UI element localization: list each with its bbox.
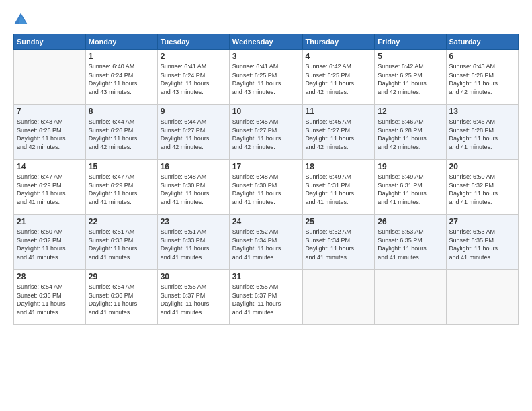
day-info: Sunrise: 6:40 AMSunset: 6:24 PMDaylight:… xyxy=(89,62,154,96)
calendar-cell: 22Sunrise: 6:51 AMSunset: 6:33 PMDayligh… xyxy=(85,215,157,270)
day-number: 20 xyxy=(449,162,515,171)
day-info: Sunrise: 6:41 AMSunset: 6:24 PMDaylight:… xyxy=(161,62,226,96)
day-info: Sunrise: 6:49 AMSunset: 6:31 PMDaylight:… xyxy=(378,173,443,206)
calendar-week-row: 1Sunrise: 6:40 AMSunset: 6:24 PMDaylight… xyxy=(14,50,519,105)
calendar-cell: 15Sunrise: 6:47 AMSunset: 6:29 PMDayligh… xyxy=(85,160,157,215)
calendar-cell: 2Sunrise: 6:41 AMSunset: 6:24 PMDaylight… xyxy=(157,50,229,105)
day-info: Sunrise: 6:45 AMSunset: 6:27 PMDaylight:… xyxy=(232,118,300,151)
calendar-cell: 3Sunrise: 6:41 AMSunset: 6:25 PMDaylight… xyxy=(229,50,302,105)
calendar-cell: 20Sunrise: 6:50 AMSunset: 6:32 PMDayligh… xyxy=(446,160,518,215)
day-info: Sunrise: 6:53 AMSunset: 6:35 PMDaylight:… xyxy=(449,228,515,261)
day-number: 7 xyxy=(17,107,83,116)
day-number: 29 xyxy=(89,272,154,281)
calendar-cell: 24Sunrise: 6:52 AMSunset: 6:34 PMDayligh… xyxy=(229,215,302,270)
day-info: Sunrise: 6:43 AMSunset: 6:26 PMDaylight:… xyxy=(17,118,83,151)
day-info: Sunrise: 6:42 AMSunset: 6:25 PMDaylight:… xyxy=(306,62,372,96)
calendar-cell: 17Sunrise: 6:48 AMSunset: 6:30 PMDayligh… xyxy=(229,160,302,215)
calendar-cell: 23Sunrise: 6:51 AMSunset: 6:33 PMDayligh… xyxy=(157,215,229,270)
calendar-cell: 28Sunrise: 6:54 AMSunset: 6:36 PMDayligh… xyxy=(14,270,86,325)
day-number: 25 xyxy=(306,217,372,226)
day-header: Thursday xyxy=(302,34,375,50)
day-number: 5 xyxy=(378,52,443,61)
day-number: 6 xyxy=(449,52,515,61)
day-number: 2 xyxy=(161,52,226,61)
calendar-cell: 27Sunrise: 6:53 AMSunset: 6:35 PMDayligh… xyxy=(446,215,518,270)
day-number: 21 xyxy=(17,217,83,226)
day-number: 15 xyxy=(89,162,154,171)
day-number: 8 xyxy=(89,107,154,116)
day-info: Sunrise: 6:45 AMSunset: 6:27 PMDaylight:… xyxy=(306,118,372,151)
calendar-cell: 8Sunrise: 6:44 AMSunset: 6:26 PMDaylight… xyxy=(85,105,157,160)
day-number: 3 xyxy=(232,52,300,61)
calendar-week-row: 21Sunrise: 6:50 AMSunset: 6:32 PMDayligh… xyxy=(14,215,519,270)
day-info: Sunrise: 6:49 AMSunset: 6:31 PMDaylight:… xyxy=(306,173,372,206)
header-row: SundayMondayTuesdayWednesdayThursdayFrid… xyxy=(14,34,519,50)
day-number: 31 xyxy=(232,272,300,281)
day-number: 16 xyxy=(161,162,226,171)
calendar-cell: 9Sunrise: 6:44 AMSunset: 6:27 PMDaylight… xyxy=(157,105,229,160)
day-info: Sunrise: 6:52 AMSunset: 6:34 PMDaylight:… xyxy=(232,228,300,261)
day-info: Sunrise: 6:55 AMSunset: 6:37 PMDaylight:… xyxy=(232,283,300,316)
calendar-cell: 14Sunrise: 6:47 AMSunset: 6:29 PMDayligh… xyxy=(14,160,86,215)
day-info: Sunrise: 6:51 AMSunset: 6:33 PMDaylight:… xyxy=(89,228,154,261)
calendar-cell: 5Sunrise: 6:42 AMSunset: 6:25 PMDaylight… xyxy=(375,50,446,105)
day-info: Sunrise: 6:54 AMSunset: 6:36 PMDaylight:… xyxy=(89,283,154,316)
calendar-cell: 4Sunrise: 6:42 AMSunset: 6:25 PMDaylight… xyxy=(302,50,375,105)
day-info: Sunrise: 6:44 AMSunset: 6:26 PMDaylight:… xyxy=(89,118,154,151)
day-header: Monday xyxy=(85,34,157,50)
calendar-week-row: 7Sunrise: 6:43 AMSunset: 6:26 PMDaylight… xyxy=(14,105,519,160)
day-info: Sunrise: 6:42 AMSunset: 6:25 PMDaylight:… xyxy=(378,62,443,96)
day-number: 23 xyxy=(161,217,226,226)
day-header: Friday xyxy=(375,34,446,50)
day-info: Sunrise: 6:41 AMSunset: 6:25 PMDaylight:… xyxy=(232,62,300,96)
day-header: Tuesday xyxy=(157,34,229,50)
day-info: Sunrise: 6:48 AMSunset: 6:30 PMDaylight:… xyxy=(232,173,300,206)
calendar-cell: 12Sunrise: 6:46 AMSunset: 6:28 PMDayligh… xyxy=(375,105,446,160)
day-info: Sunrise: 6:52 AMSunset: 6:34 PMDaylight:… xyxy=(306,228,372,261)
calendar-cell: 1Sunrise: 6:40 AMSunset: 6:24 PMDaylight… xyxy=(85,50,157,105)
calendar-cell: 19Sunrise: 6:49 AMSunset: 6:31 PMDayligh… xyxy=(375,160,446,215)
day-header: Wednesday xyxy=(229,34,302,50)
calendar-cell xyxy=(14,50,86,105)
day-info: Sunrise: 6:55 AMSunset: 6:37 PMDaylight:… xyxy=(161,283,226,316)
calendar-cell: 26Sunrise: 6:53 AMSunset: 6:35 PMDayligh… xyxy=(375,215,446,270)
logo xyxy=(13,12,31,27)
calendar-cell: 7Sunrise: 6:43 AMSunset: 6:26 PMDaylight… xyxy=(14,105,86,160)
calendar-cell: 16Sunrise: 6:48 AMSunset: 6:30 PMDayligh… xyxy=(157,160,229,215)
day-number: 27 xyxy=(449,217,515,226)
day-info: Sunrise: 6:50 AMSunset: 6:32 PMDaylight:… xyxy=(449,173,515,206)
day-info: Sunrise: 6:54 AMSunset: 6:36 PMDaylight:… xyxy=(17,283,83,316)
day-info: Sunrise: 6:50 AMSunset: 6:32 PMDaylight:… xyxy=(17,228,83,261)
day-number: 4 xyxy=(306,52,372,61)
day-number: 12 xyxy=(378,107,443,116)
header xyxy=(13,12,519,27)
day-info: Sunrise: 6:46 AMSunset: 6:28 PMDaylight:… xyxy=(378,118,443,151)
page: SundayMondayTuesdayWednesdayThursdayFrid… xyxy=(0,0,532,411)
day-header: Saturday xyxy=(446,34,518,50)
calendar-cell: 31Sunrise: 6:55 AMSunset: 6:37 PMDayligh… xyxy=(229,270,302,325)
day-info: Sunrise: 6:53 AMSunset: 6:35 PMDaylight:… xyxy=(378,228,443,261)
day-number: 10 xyxy=(232,107,300,116)
day-number: 30 xyxy=(161,272,226,281)
calendar-cell: 6Sunrise: 6:43 AMSunset: 6:26 PMDaylight… xyxy=(446,50,518,105)
day-info: Sunrise: 6:46 AMSunset: 6:28 PMDaylight:… xyxy=(449,118,515,151)
day-info: Sunrise: 6:43 AMSunset: 6:26 PMDaylight:… xyxy=(449,62,515,96)
day-number: 19 xyxy=(378,162,443,171)
calendar-cell xyxy=(446,270,518,325)
day-number: 1 xyxy=(89,52,154,61)
calendar-cell: 10Sunrise: 6:45 AMSunset: 6:27 PMDayligh… xyxy=(229,105,302,160)
day-number: 28 xyxy=(17,272,83,281)
day-info: Sunrise: 6:51 AMSunset: 6:33 PMDaylight:… xyxy=(161,228,226,261)
day-number: 14 xyxy=(17,162,83,171)
calendar-cell: 29Sunrise: 6:54 AMSunset: 6:36 PMDayligh… xyxy=(85,270,157,325)
calendar-cell: 18Sunrise: 6:49 AMSunset: 6:31 PMDayligh… xyxy=(302,160,375,215)
day-number: 13 xyxy=(449,107,515,116)
day-number: 11 xyxy=(306,107,372,116)
calendar: SundayMondayTuesdayWednesdayThursdayFrid… xyxy=(13,34,519,325)
logo-icon xyxy=(13,12,28,27)
calendar-cell xyxy=(375,270,446,325)
day-info: Sunrise: 6:48 AMSunset: 6:30 PMDaylight:… xyxy=(161,173,226,206)
calendar-cell xyxy=(302,270,375,325)
calendar-week-row: 28Sunrise: 6:54 AMSunset: 6:36 PMDayligh… xyxy=(14,270,519,325)
day-number: 24 xyxy=(232,217,300,226)
